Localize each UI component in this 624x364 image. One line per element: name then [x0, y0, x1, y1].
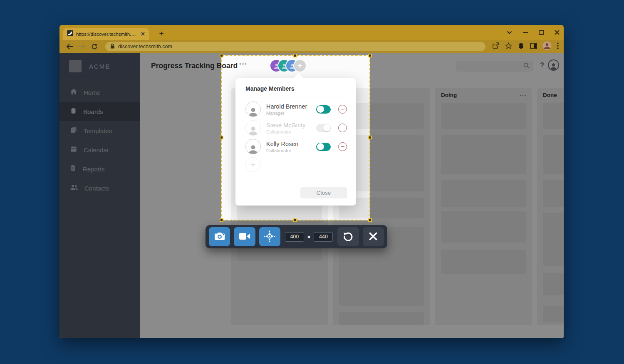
selection-handle-w[interactable] — [220, 136, 223, 139]
sidebar-nav: Home Boards Templates Calendar Reports C… — [59, 79, 140, 198]
sidebar-item-boards[interactable]: Boards — [59, 102, 140, 121]
selection-handle-sw[interactable] — [220, 218, 223, 222]
sidebar-item-calendar[interactable]: Calendar — [59, 140, 140, 159]
selection-handle-nw[interactable] — [220, 54, 223, 57]
column-title: Done — [543, 92, 557, 98]
brand-name: ACME — [89, 63, 110, 70]
video-capture-button[interactable] — [234, 227, 255, 246]
sidebar-item-label: Contacts — [84, 185, 109, 192]
home-icon — [70, 88, 77, 97]
sidebar-item-home[interactable]: Home — [59, 83, 140, 102]
column-title: Doing — [441, 92, 457, 98]
site-favicon-icon — [67, 30, 73, 38]
url-text: discover.techsmith.com — [118, 44, 172, 50]
close-icon — [369, 232, 377, 242]
selection-handle-ne[interactable] — [368, 54, 372, 57]
crosshair-region-icon — [263, 230, 276, 244]
forward-button[interactable] — [77, 42, 87, 52]
new-tab-button[interactable]: + — [156, 28, 167, 39]
video-camera-icon — [239, 232, 250, 242]
restart-selection-button[interactable] — [337, 227, 359, 246]
minimize-button[interactable] — [523, 30, 528, 35]
share-icon[interactable] — [492, 42, 500, 51]
capture-height-input[interactable] — [314, 232, 333, 242]
browser-toolbar: discover.techsmith.com — [59, 40, 564, 53]
refresh-button[interactable] — [89, 42, 99, 52]
board-card-placeholder[interactable] — [441, 103, 526, 129]
capture-width-input[interactable] — [285, 232, 304, 242]
board-column-doing: Doing ··· — [435, 88, 532, 325]
camera-icon — [214, 231, 225, 243]
capture-size-controls: × — [285, 232, 333, 242]
board-card-placeholder[interactable] — [543, 306, 564, 322]
board-card-placeholder[interactable] — [441, 135, 526, 174]
sidebar-item-contacts[interactable]: Contacts — [59, 178, 140, 198]
sidebar-item-reports[interactable]: Reports — [59, 159, 140, 178]
restart-icon — [343, 231, 354, 243]
help-button[interactable]: ? — [540, 62, 544, 69]
sidebar-item-label: Home — [84, 89, 100, 96]
sidebar-item-label: Reports — [83, 166, 105, 173]
reports-icon — [70, 164, 77, 173]
board-card-placeholder[interactable] — [543, 135, 564, 174]
maximize-button[interactable] — [539, 30, 544, 35]
brand-logo — [69, 60, 82, 72]
tab-close-icon[interactable]: ✕ — [141, 31, 145, 37]
browser-tab-strip: https://discover.techsmith.com ✕ + — [59, 25, 564, 40]
region-select-button[interactable] — [259, 227, 280, 246]
boards-icon — [70, 107, 77, 116]
templates-icon — [70, 126, 77, 135]
kebab-menu-icon[interactable] — [557, 42, 559, 51]
extensions-puzzle-icon[interactable] — [518, 42, 525, 51]
board-column-done: Done ··· — [537, 88, 564, 325]
calendar-icon — [70, 145, 77, 154]
side-panel-icon[interactable] — [530, 43, 537, 51]
lock-icon — [110, 43, 115, 50]
tab-title: https://discover.techsmith.com — [76, 32, 138, 37]
board-card-placeholder[interactable] — [441, 211, 526, 243]
profile-avatar[interactable] — [542, 41, 552, 52]
tab-search-chevron-icon[interactable] — [507, 31, 512, 34]
board-card-placeholder[interactable] — [441, 180, 526, 207]
sidebar-item-label: Boards — [83, 108, 103, 115]
column-menu-icon[interactable]: ··· — [520, 92, 527, 98]
board-card-placeholder[interactable] — [339, 312, 424, 325]
sidebar-item-label: Calendar — [84, 146, 109, 154]
capture-selection-region[interactable] — [221, 55, 370, 220]
board-card-placeholder[interactable] — [543, 180, 564, 207]
dimension-separator: × — [307, 234, 311, 240]
close-window-button[interactable] — [555, 30, 560, 35]
board-card-placeholder[interactable] — [543, 213, 564, 266]
board-card-placeholder[interactable] — [543, 103, 564, 129]
capture-toolbar: × — [206, 225, 387, 248]
selection-handle-s[interactable] — [293, 218, 297, 222]
brand-header: ACME — [59, 53, 140, 79]
sidebar-item-templates[interactable]: Templates — [59, 121, 140, 140]
url-bar[interactable]: discover.techsmith.com — [105, 42, 485, 51]
contacts-icon — [70, 184, 78, 192]
selection-handle-se[interactable] — [368, 218, 372, 222]
browser-tab[interactable]: https://discover.techsmith.com ✕ — [63, 28, 149, 40]
board-card-placeholder[interactable] — [543, 273, 564, 295]
search-input[interactable] — [456, 61, 533, 72]
selection-handle-n[interactable] — [293, 54, 297, 57]
cancel-capture-button[interactable] — [363, 227, 384, 246]
sidebar-item-label: Templates — [84, 127, 112, 134]
back-button[interactable] — [64, 42, 74, 52]
selection-handle-e[interactable] — [368, 136, 372, 139]
image-capture-button[interactable] — [209, 227, 230, 246]
app-sidebar: ACME Home Boards Templates Calendar Repo… — [59, 53, 140, 338]
user-avatar[interactable] — [548, 59, 559, 71]
board-card-placeholder[interactable] — [441, 250, 526, 274]
bookmark-star-icon[interactable] — [505, 42, 512, 51]
search-icon — [523, 62, 530, 70]
